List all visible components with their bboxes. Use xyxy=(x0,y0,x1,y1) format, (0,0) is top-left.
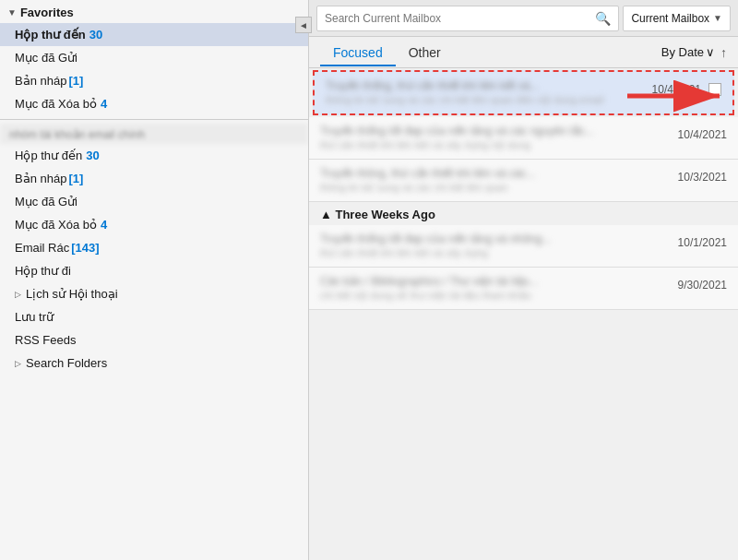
favorites-header[interactable]: ▼ Favorites xyxy=(0,0,308,23)
sidebar-item-label: Lịch sử Hội thoại xyxy=(26,287,118,301)
favorites-label: Favorites xyxy=(20,6,74,19)
tab-other[interactable]: Other xyxy=(396,40,454,66)
group-label-blurred: nhóm tài khoản email chính xyxy=(0,124,308,144)
sidebar-item-rss[interactable]: RSS Feeds xyxy=(0,328,308,351)
junk-badge: [143] xyxy=(71,241,99,255)
email-content-4: Truyền thống tốt đẹp của nền tảng và nhữ… xyxy=(320,232,671,259)
inbox-fav-badge: 30 xyxy=(89,28,102,42)
email-checkbox-1[interactable] xyxy=(708,83,721,96)
search-input[interactable] xyxy=(325,12,591,25)
tab-focused-label: Focused xyxy=(333,45,383,60)
deleted-fav-badge: 4 xyxy=(101,97,107,111)
email-preview-3: thông tin bổ sung và các chi tiết liên q… xyxy=(320,182,671,194)
email-subject-4: Truyền thống tốt đẹp của nền tảng và nhữ… xyxy=(320,232,671,245)
sort-direction-icon[interactable]: ↑ xyxy=(720,45,727,60)
email-preview-1: thông tin bổ sung và các chi tiết liên q… xyxy=(326,94,645,106)
sidebar-item-archive[interactable]: Lưu trữ xyxy=(0,305,308,328)
email-date-5: 9/30/2021 xyxy=(678,275,727,292)
email-date-1: 10/4/2021 xyxy=(652,79,701,96)
email-date-2: 10/4/2021 xyxy=(678,125,727,141)
sidebar-item-deleted-fav[interactable]: Mục đã Xóa bỏ 4 xyxy=(0,92,308,115)
sidebar-item-label: Search Folders xyxy=(26,356,107,370)
expand-triangle-icon: ▷ xyxy=(15,290,21,299)
email-content-2: Truyền thống tốt đẹp của nền tảng và các… xyxy=(320,125,671,151)
section-label-text: ▲ Three Weeks Ago xyxy=(320,208,435,221)
tab-focused[interactable]: Focused xyxy=(320,40,396,66)
sidebar-item-label: Mục đã Xóa bỏ xyxy=(15,218,97,232)
inbox-main-badge: 30 xyxy=(86,149,99,162)
expand-triangle-icon-2: ▷ xyxy=(15,359,21,368)
email-content-1: Truyền thống, thứ cần thiết khi liên kết… xyxy=(326,79,645,106)
sidebar-item-drafts-main[interactable]: Bản nháp [1] xyxy=(0,167,308,190)
email-subject-2: Truyền thống tốt đẹp của nền tảng và các… xyxy=(320,125,671,137)
sidebar-item-drafts-fav[interactable]: Bản nháp [1] xyxy=(0,69,308,92)
sort-chevron-icon: ∨ xyxy=(706,45,715,59)
mailbox-dropdown[interactable]: Current Mailbox ▼ xyxy=(623,6,731,31)
sidebar-item-label: Hộp thư đến xyxy=(15,28,86,42)
sidebar-item-junk[interactable]: Email Rác [143] xyxy=(0,236,308,259)
sidebar-item-sent-fav[interactable]: Mục đã Gửi xyxy=(0,46,308,69)
sort-label: By Date xyxy=(661,45,704,59)
main-panel: 🔍 Current Mailbox ▼ Focused Other By Dat… xyxy=(309,0,738,560)
sidebar-item-label: Hộp thư đến xyxy=(15,149,82,162)
sidebar-item-inbox-fav[interactable]: Hộp thư đến 30 xyxy=(0,23,308,46)
deleted-main-badge: 4 xyxy=(101,218,107,232)
sidebar-item-conversation-history[interactable]: ▷ Lịch sử Hội thoại xyxy=(0,282,308,305)
drafts-main-badge: [1] xyxy=(68,172,83,185)
tab-other-label: Other xyxy=(409,45,441,60)
sidebar-item-label: RSS Feeds xyxy=(15,333,76,347)
sort-by-date-button[interactable]: By Date ∨ xyxy=(661,45,715,59)
sidebar-item-label: Mục đã Xóa bỏ xyxy=(15,97,97,111)
email-date-4: 10/1/2021 xyxy=(678,232,727,249)
email-date-3: 10/3/2021 xyxy=(678,167,727,184)
sidebar-item-outbox[interactable]: Hộp thư đi xyxy=(0,259,308,282)
tabs-bar: Focused Other By Date ∨ ↑ xyxy=(309,37,738,68)
email-content-5: Căn bản / Bibliographics / Thư viện tài … xyxy=(320,275,671,302)
email-item-5[interactable]: Căn bản / Bibliographics / Thư viện tài … xyxy=(309,268,738,310)
email-item-3[interactable]: Truyền thông, thứ cần thiết khi liên và … xyxy=(309,160,738,202)
sidebar-collapse-button[interactable]: ◄ xyxy=(295,17,312,33)
sidebar-item-label: Mục đã Gửi xyxy=(15,51,77,65)
sidebar: ▼ Favorites Hộp thư đến 30 Mục đã Gửi Bả… xyxy=(0,0,309,560)
sidebar-item-label: Email Rác xyxy=(15,241,69,255)
sort-control: By Date ∨ ↑ xyxy=(661,45,727,60)
sidebar-item-label: Mục đã Gửi xyxy=(15,195,77,209)
drafts-fav-badge: [1] xyxy=(68,74,83,88)
section-label-three-weeks: ▲ Three Weeks Ago xyxy=(309,202,738,225)
email-preview-4: thứ cần thiết khi liên kết và xây dựng xyxy=(320,247,671,259)
email-subject-3: Truyền thông, thứ cần thiết khi liên và … xyxy=(320,167,671,180)
email-subject-1: Truyền thống, thứ cần thiết khi liên kết… xyxy=(326,79,645,92)
main-wrapper: 🔍 Current Mailbox ▼ Focused Other By Dat… xyxy=(309,0,738,560)
sidebar-item-label: Bản nháp xyxy=(15,172,66,185)
sidebar-item-label: Hộp thư đi xyxy=(15,264,71,278)
sidebar-item-search-folders[interactable]: ▷ Search Folders xyxy=(0,351,308,375)
collapse-icon: ◄ xyxy=(299,20,308,30)
email-preview-5: chi tiết nội dung về thư viện tài liệu t… xyxy=(320,290,671,302)
email-item-1[interactable]: Truyền thống, thứ cần thiết khi liên kết… xyxy=(313,70,734,115)
toolbar: 🔍 Current Mailbox ▼ xyxy=(309,0,738,37)
sidebar-item-label: Lưu trữ xyxy=(15,310,54,324)
sidebar-divider-1 xyxy=(0,119,308,120)
mailbox-label: Current Mailbox xyxy=(631,12,709,25)
sidebar-item-deleted-main[interactable]: Mục đã Xóa bỏ 4 xyxy=(0,213,308,236)
favorites-triangle: ▼ xyxy=(7,7,17,18)
email-item-2[interactable]: Truyền thống tốt đẹp của nền tảng và các… xyxy=(309,117,738,160)
sidebar-item-label: Bản nháp xyxy=(15,74,66,88)
email-content-3: Truyền thông, thứ cần thiết khi liên và … xyxy=(320,167,671,194)
email-list: Truyền thống, thứ cần thiết khi liên kết… xyxy=(309,68,738,560)
sidebar-item-inbox-main[interactable]: Hộp thư đến 30 xyxy=(0,144,308,167)
email-subject-5: Căn bản / Bibliographics / Thư viện tài … xyxy=(320,275,671,288)
email-item-4[interactable]: Truyền thống tốt đẹp của nền tảng và nhữ… xyxy=(309,225,738,268)
search-box[interactable]: 🔍 xyxy=(316,6,619,31)
sidebar-item-sent-main[interactable]: Mục đã Gửi xyxy=(0,190,308,213)
search-icon[interactable]: 🔍 xyxy=(595,11,611,26)
dropdown-arrow-icon: ▼ xyxy=(713,13,722,23)
email-preview-2: thứ cần thiết khi liên kết và xây dựng n… xyxy=(320,139,671,151)
